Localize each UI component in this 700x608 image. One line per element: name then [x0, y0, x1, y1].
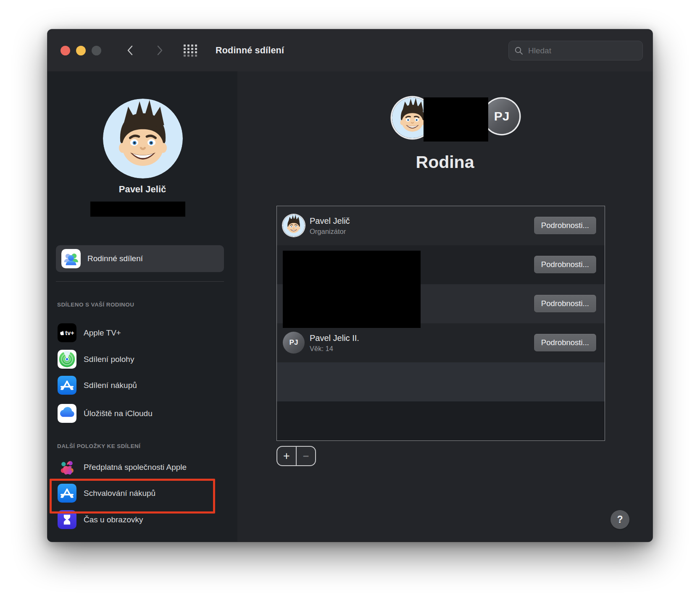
sidebar-item-purchase-sharing[interactable]: Sdílení nákupů [58, 376, 230, 395]
family-members-table: Pavel Jelič Organizátor Podrobnosti... P… [276, 206, 605, 441]
apple-one-icon [58, 458, 76, 477]
search-input[interactable] [527, 46, 637, 56]
member-avatar-initials: PJ [283, 332, 305, 354]
title-bar: Rodinné sdílení [47, 29, 653, 72]
sidebar-divider [56, 281, 224, 282]
close-window-button[interactable] [61, 46, 70, 55]
minimize-window-button[interactable] [76, 46, 86, 55]
remove-member-button[interactable]: − [297, 447, 315, 465]
user-avatar [103, 99, 183, 178]
sidebar-section-header: SDÍLENO S VAŠÍ RODINOU [57, 301, 225, 308]
details-button[interactable]: Podrobnosti... [534, 256, 596, 273]
member-name: Pavel Jelič [310, 216, 350, 226]
row-background [277, 401, 605, 440]
find-my-icon [58, 350, 76, 369]
family-avatar-pj: PJ [484, 99, 519, 134]
row-background [277, 362, 605, 401]
sidebar-item-location-sharing[interactable]: Sdílení polohy [58, 350, 230, 369]
sidebar-section-header: DALŠÍ POLOŽKY KE SDÍLENÍ [57, 443, 225, 449]
window-title: Rodinné sdílení [216, 29, 284, 71]
main-pane: PJ Rodina Pavel Jelič Organizátor [237, 71, 653, 542]
add-member-button[interactable]: + [277, 447, 297, 465]
redacted-member-rows [283, 251, 421, 328]
chevron-right-icon [155, 45, 165, 56]
add-remove-button-group: + − [276, 446, 316, 466]
member-role: Organizátor [310, 228, 350, 236]
avatar-initials: PJ [289, 338, 298, 347]
member-name: Pavel Jelic II. [310, 333, 359, 343]
forward-button[interactable] [152, 42, 168, 58]
apple-tv-plus-icon: tv+ [58, 323, 76, 342]
apple-tv-badge-text: tv+ [65, 330, 74, 336]
sidebar-item-label: Rodinné sdílení [87, 245, 143, 272]
table-row-organizer[interactable]: Pavel Jelič Organizátor Podrobnosti... [277, 206, 605, 245]
details-button[interactable]: Podrobnosti... [534, 334, 596, 351]
member-avatar-memoji [283, 215, 305, 236]
memoji-avatar-icon [283, 215, 305, 236]
sidebar-item-apple-subscriptions[interactable]: Předplatná společnosti Apple [58, 458, 230, 477]
page-title: Rodina [237, 152, 653, 172]
details-button[interactable]: Podrobnosti... [534, 295, 596, 312]
memoji-avatar-icon [103, 99, 183, 178]
sidebar-item-family-sharing[interactable]: Rodinné sdílení [56, 245, 224, 272]
system-preferences-window: Rodinné sdílení Pavel Jelič [47, 29, 653, 542]
screenshot-canvas: Rodinné sdílení Pavel Jelič [0, 0, 700, 608]
sidebar-item-apple-tv[interactable]: tv+ Apple TV+ [58, 323, 230, 342]
icloud-icon [58, 404, 76, 423]
user-name: Pavel Jelič [47, 184, 237, 195]
table-row-child[interactable]: PJ Pavel Jelic II. Věk: 14 Podrobnosti..… [277, 323, 605, 362]
chevron-left-icon [125, 45, 135, 56]
app-store-icon [58, 376, 76, 395]
search-icon [514, 46, 524, 55]
sidebar: Pavel Jelič Rodinné sdílení [47, 71, 238, 542]
details-button[interactable]: Podrobnosti... [534, 217, 596, 234]
show-all-preferences-button[interactable] [182, 43, 199, 58]
zoom-window-button[interactable] [92, 46, 101, 55]
red-annotation-rectangle [50, 479, 215, 514]
family-sharing-icon [61, 249, 81, 268]
avatar-initials: PJ [494, 109, 510, 123]
back-button[interactable] [122, 42, 138, 58]
sidebar-item-icloud-storage[interactable]: Úložiště na iCloudu [58, 404, 230, 423]
member-age: Věk: 14 [310, 345, 359, 353]
redacted-family-avatars [424, 97, 488, 142]
help-button[interactable]: ? [611, 510, 629, 529]
search-field[interactable] [508, 41, 643, 60]
grid-icon [183, 44, 197, 57]
redacted-user-email [90, 202, 185, 217]
